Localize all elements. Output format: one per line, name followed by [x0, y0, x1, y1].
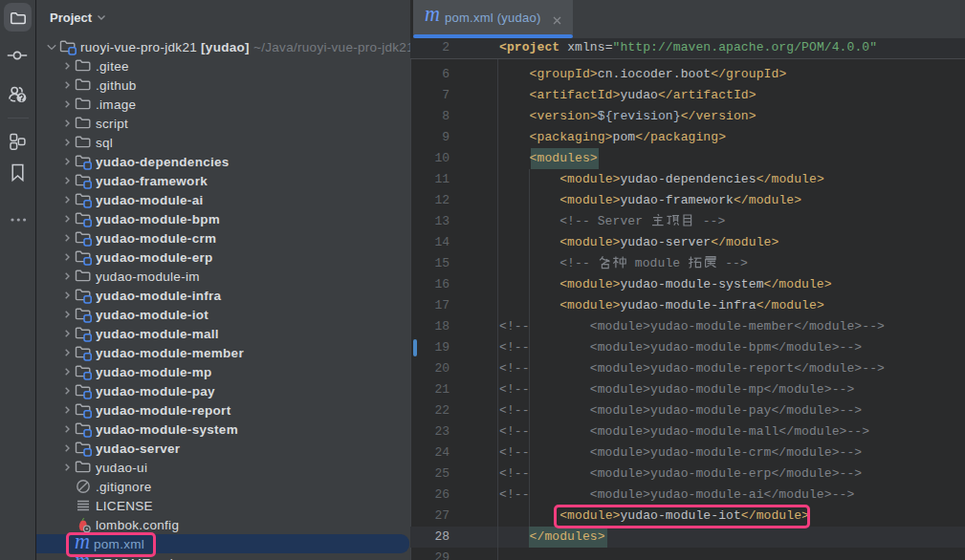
svg-text:m: m: [425, 2, 440, 26]
